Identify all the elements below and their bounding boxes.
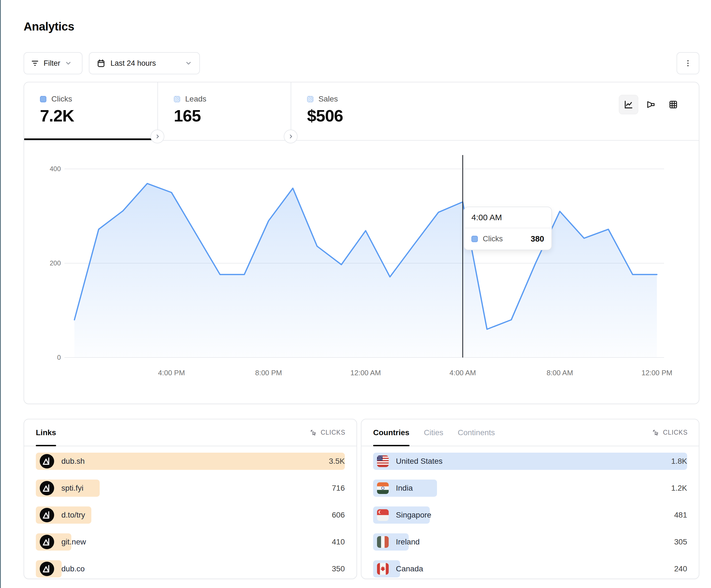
us-flag-icon [377,455,389,467]
links-panel: Links CLICKS dub.sh3.5K spti.fyi716 d.to… [24,419,357,579]
leads-legend-swatch [174,96,180,103]
list-item[interactable]: spti.fyi716 [36,479,345,497]
grid-table-icon [668,99,678,110]
list-item[interactable]: United States1.8K [373,453,687,470]
row-clicks-value: 305 [674,533,687,550]
filter-button-label: Filter [44,59,60,68]
x-tick-label: 4:00 AM [450,369,476,377]
list-item[interactable]: dub.co350 [36,560,345,578]
y-tick-label: 0 [35,354,61,361]
metric-tabs-row: Clicks 7.2K Leads 165 Sales $506 [24,82,699,141]
list-item[interactable]: Canada240 [373,560,687,578]
list-item[interactable]: d.to/try606 [36,506,345,524]
row-clicks-value: 1.8K [671,453,687,470]
row-label: India [396,484,413,493]
list-item[interactable]: Singapore481 [373,506,687,524]
row-label: d.to/try [61,511,85,520]
row-clicks-value: 410 [332,533,345,550]
ireland-flag-icon [377,536,389,548]
line-chart-icon [624,99,633,110]
filter-button[interactable]: Filter [24,52,83,74]
expand-sales-chevron-button[interactable] [284,130,298,143]
chart-tooltip: 4:00 AM Clicks 380 [464,207,552,250]
countries-panel: Countries Cities Continents CLICKS Unite… [361,419,699,579]
tooltip-time: 4:00 AM [464,207,552,228]
row-label: git.new [61,538,86,546]
calendar-icon [96,59,106,68]
sales-legend-swatch [307,96,314,103]
tab-countries[interactable]: Countries [373,420,409,446]
metric-value: 165 [174,106,201,126]
metric-label: Sales [319,95,338,104]
tooltip-series-label: Clicks [483,235,526,243]
row-label: dub.co [61,564,85,573]
x-tick-label: 12:00 PM [641,369,672,377]
date-range-button[interactable]: Last 24 hours [89,52,200,74]
tab-continents[interactable]: Continents [458,420,495,446]
cursor-click-icon [309,429,317,436]
metric-value: $506 [307,106,343,126]
countries-rows: United States1.8K India1.2K Singapore481… [373,453,687,587]
row-label: Singapore [396,511,431,520]
row-label: dub.sh [61,457,85,466]
filter-lines-icon [31,59,39,67]
row-clicks-value: 350 [332,560,345,578]
tab-clicks[interactable]: Clicks 7.2K [24,82,157,140]
singapore-flag-icon [377,509,389,521]
links-sort-metric[interactable]: CLICKS [309,420,345,446]
tab-sales[interactable]: Sales $506 [291,82,425,140]
x-tick-label: 4:00 PM [158,369,185,377]
date-range-label: Last 24 hours [110,59,156,68]
dub-logo-icon [40,562,54,576]
dub-logo-icon [40,535,54,549]
page-title: Analytics [24,20,74,33]
metric-label: Leads [185,95,206,104]
funnel-icon [646,99,656,110]
tab-cities[interactable]: Cities [424,420,444,446]
x-tick-label: 8:00 AM [547,369,573,377]
chevron-down-icon [65,60,72,67]
y-tick-label: 200 [35,259,61,267]
row-label: spti.fyi [61,484,83,493]
row-clicks-value: 716 [332,479,345,497]
area-fill [74,184,657,358]
dub-logo-icon [40,508,54,522]
list-item[interactable]: Ireland305 [373,533,687,550]
links-panel-header: Links CLICKS [24,420,357,446]
clicks-area-chart[interactable] [64,155,664,358]
analytics-card: Clicks 7.2K Leads 165 Sales $506 [24,82,699,404]
metric-value: 7.2K [40,106,74,126]
clicks-column-label: CLICKS [663,429,688,436]
line-chart-view-button[interactable] [619,95,638,114]
x-tick-label: 12:00 AM [350,369,381,377]
countries-panel-header: Countries Cities Continents CLICKS [362,420,699,446]
list-item[interactable]: dub.sh3.5K [36,453,345,470]
metric-label: Clicks [51,95,72,104]
chart-type-toggle [619,95,683,114]
more-options-button[interactable] [676,52,699,74]
row-clicks-value: 3.5K [329,453,345,470]
dub-logo-icon [40,454,54,469]
analytics-page: Analytics Filter Last 24 hours [0,0,711,588]
tab-links[interactable]: Links [36,420,56,446]
tab-leads[interactable]: Leads 165 [158,82,291,140]
list-item[interactable]: git.new410 [36,533,345,550]
clicks-column-label: CLICKS [321,429,345,436]
table-view-button[interactable] [664,95,683,114]
kebab-menu-icon [684,59,692,67]
cursor-click-icon [652,429,660,436]
funnel-view-button[interactable] [642,95,661,114]
row-clicks-value: 606 [332,506,345,524]
y-tick-label: 400 [35,165,61,173]
x-tick-label: 8:00 PM [255,369,282,377]
row-label: Ireland [396,538,420,546]
tooltip-legend-swatch [471,236,478,242]
row-label: United States [396,457,443,466]
left-edge-divider [0,0,1,588]
expand-leads-chevron-button[interactable] [150,130,164,143]
canada-flag-icon [377,563,389,575]
countries-sort-metric[interactable]: CLICKS [652,420,688,446]
list-item[interactable]: India1.2K [373,479,687,497]
row-clicks-value: 240 [674,560,687,578]
chevron-down-icon [185,60,192,67]
